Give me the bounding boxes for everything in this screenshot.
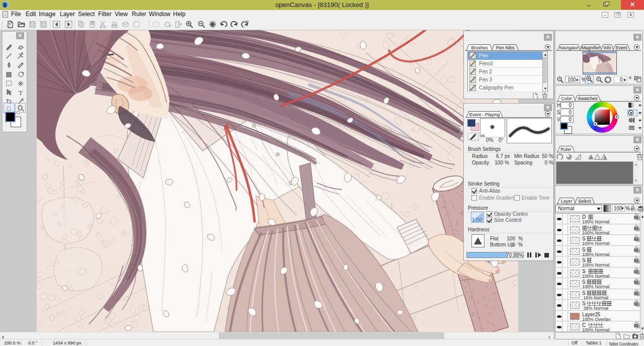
- svg-text:T: T: [19, 89, 23, 97]
